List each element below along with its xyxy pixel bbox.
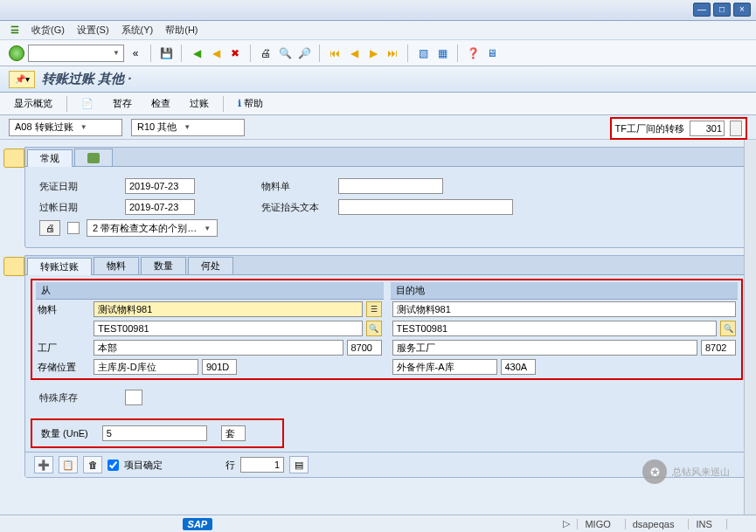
item-panel: 转账过账 物料 数量 何处 从 物料 ☰: [3, 255, 749, 478]
to-desc-search-icon[interactable]: 🔍: [720, 321, 736, 336]
to-material-desc[interactable]: [392, 321, 718, 336]
item-tabstrip: 转账过账 物料 数量 何处: [25, 256, 748, 275]
from-sloc-name[interactable]: [94, 359, 198, 375]
from-plant-code[interactable]: [347, 340, 382, 356]
check-button[interactable]: 检查: [146, 95, 176, 112]
status-tcode: MIGO: [577, 519, 617, 529]
material-slip-input[interactable]: [338, 178, 443, 194]
tab-general[interactable]: 常规: [27, 149, 73, 167]
to-plant-code[interactable]: [701, 340, 736, 356]
from-material-search-icon[interactable]: ☰: [366, 301, 382, 317]
line-nav-icon[interactable]: ▤: [289, 456, 309, 473]
item-add-icon[interactable]: ➕: [34, 456, 53, 473]
action-combo[interactable]: A08 转账过账: [9, 119, 122, 136]
from-desc-search-icon[interactable]: 🔍: [366, 321, 382, 336]
from-header: 从: [36, 282, 384, 300]
page-title: 转账过账 其他 ·: [42, 71, 132, 87]
item-ok-checkbox[interactable]: [108, 459, 119, 471]
watermark-icon: ✪: [642, 459, 667, 484]
quantity-unit[interactable]: [221, 425, 246, 441]
nav-back-icon[interactable]: ◀: [189, 45, 205, 61]
app-toolbar: 显示概览 📄 暂存 检查 过账 ℹ帮助: [0, 93, 756, 115]
status-bar: SAP ▷ MIGO dsapeqas INS: [0, 515, 756, 532]
from-plant-name[interactable]: [94, 340, 343, 356]
maximize-button[interactable]: □: [713, 3, 731, 17]
status-expand-icon[interactable]: ▷: [563, 518, 570, 529]
to-sloc-code[interactable]: [501, 359, 536, 375]
doc-date-label: 凭证日期: [39, 180, 118, 193]
help-button[interactable]: ℹ帮助: [232, 95, 268, 112]
post-button[interactable]: 过账: [184, 95, 214, 112]
first-page-icon[interactable]: ⏮: [327, 45, 343, 61]
movement-type-help-button[interactable]: [730, 121, 742, 136]
menu-system[interactable]: 系统(Y): [121, 24, 154, 37]
to-plant-name[interactable]: [392, 340, 698, 356]
hold-button[interactable]: 暂存: [108, 95, 137, 112]
doc-date-input[interactable]: [125, 178, 195, 194]
quantity-block: 数量 (UnE): [31, 418, 284, 448]
post-date-input[interactable]: [125, 199, 195, 215]
item-folder-icon[interactable]: [3, 257, 24, 276]
pin-icon[interactable]: 📌▾: [9, 71, 35, 88]
watermark: ✪ 总钻风来巡山: [642, 459, 730, 484]
print-icon[interactable]: 🖨: [258, 45, 274, 61]
item-delete-icon[interactable]: 🗑: [83, 456, 102, 473]
close-button[interactable]: ×: [733, 3, 751, 17]
tab-user[interactable]: [74, 149, 113, 166]
last-page-icon[interactable]: ⏭: [385, 45, 400, 61]
menu-settings[interactable]: 设置(S): [77, 24, 109, 37]
from-material-input[interactable]: [94, 301, 363, 317]
from-material-label: 物料: [38, 303, 90, 316]
tab-transfer[interactable]: 转账过账: [27, 258, 92, 275]
nav-cancel-icon[interactable]: ✖: [227, 45, 243, 61]
minimize-button[interactable]: —: [693, 3, 711, 17]
line-input[interactable]: [240, 457, 284, 473]
quantity-input[interactable]: [102, 425, 207, 441]
nav-exit-icon[interactable]: ◀: [208, 45, 224, 61]
from-to-block: 从 物料 ☰ 🔍 工厂: [31, 279, 743, 380]
back-icon[interactable]: «: [128, 45, 143, 61]
layout-icon[interactable]: 🖥: [484, 45, 500, 61]
shortcut-icon[interactable]: ▦: [434, 45, 450, 61]
save-icon[interactable]: 💾: [158, 45, 174, 61]
next-page-icon[interactable]: ▶: [365, 45, 381, 61]
text-option-combo[interactable]: 2 带有检查文本的个别…: [87, 219, 218, 237]
ref-combo[interactable]: R10 其他: [131, 119, 245, 136]
to-column: 目的地 🔍: [387, 280, 742, 378]
tab-where[interactable]: 何处: [188, 257, 233, 274]
help-icon[interactable]: ❓: [465, 45, 481, 61]
text-option-value: 2 带有检查文本的个别…: [93, 222, 197, 235]
from-material-desc[interactable]: [94, 321, 363, 336]
tab-material[interactable]: 物料: [94, 257, 139, 274]
special-stock-label: 特殊库存: [39, 391, 118, 404]
vertical-scrollbar[interactable]: [744, 140, 756, 515]
print-button[interactable]: 🖨: [39, 220, 60, 236]
show-overview-button[interactable]: 显示概览: [9, 95, 58, 112]
header-folder-icon[interactable]: [3, 149, 24, 168]
movement-type-input[interactable]: [690, 121, 725, 136]
user-icon: [87, 153, 100, 163]
new-doc-icon[interactable]: 📄: [76, 96, 99, 111]
menu-help[interactable]: 帮助(H): [165, 24, 198, 37]
doc-header-text-input[interactable]: [338, 199, 513, 215]
print-checkbox[interactable]: [67, 222, 80, 234]
new-session-icon[interactable]: ▧: [415, 45, 431, 61]
prev-page-icon[interactable]: ◀: [346, 45, 362, 61]
item-copy-icon[interactable]: 📋: [59, 456, 78, 473]
tab-quantity[interactable]: 数量: [141, 257, 186, 274]
tab-transfer-label: 转账过账: [40, 260, 79, 273]
status-extra: [726, 519, 749, 529]
find-icon[interactable]: 🔍: [277, 45, 293, 61]
special-stock-input[interactable]: [125, 390, 142, 405]
from-sloc-code[interactable]: [202, 359, 237, 375]
enter-icon[interactable]: [9, 45, 24, 61]
to-material-input[interactable]: [392, 301, 737, 317]
tab-where-label: 何处: [201, 259, 220, 273]
menu-goods-receipt[interactable]: 收货(G): [31, 24, 65, 37]
find-next-icon[interactable]: 🔎: [296, 45, 312, 61]
help-label: 帮助: [244, 97, 263, 110]
body-area: 常规 凭证日期 物料单 过帐日期 凭证抬头文本: [0, 140, 756, 515]
command-field[interactable]: [28, 45, 124, 62]
to-sloc-name[interactable]: [392, 359, 497, 375]
item-bottom-strip: ➕ 📋 🗑 项目确定 行 ▤: [25, 452, 748, 477]
